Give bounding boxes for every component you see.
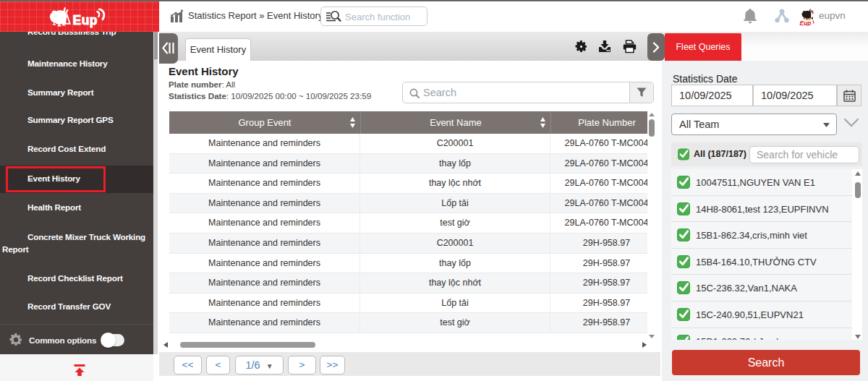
svg-text:Eup: Eup — [800, 20, 812, 26]
svg-text:Eup: Eup — [73, 13, 98, 27]
